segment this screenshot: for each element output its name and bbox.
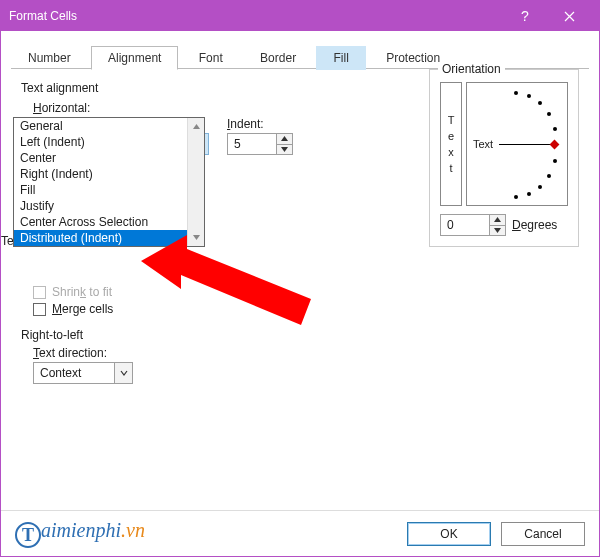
degrees-up-button[interactable] [490,215,505,225]
caret-down-icon [193,235,200,240]
tab-fill[interactable]: Fill [316,46,365,70]
close-button[interactable] [547,1,591,31]
orientation-vertical-button[interactable]: T e x t [440,82,462,206]
merge-cells-label: Merge cells [52,302,113,316]
degrees-down-button[interactable] [490,225,505,236]
tab-alignment[interactable]: Alignment [91,46,178,70]
merge-cells-checkbox[interactable] [33,303,46,316]
shrink-to-fit-label: Shrink to fit [52,285,112,299]
tab-font[interactable]: Font [182,46,240,70]
horizontal-option-justify[interactable]: Justify [14,198,187,214]
indent-label: Indent: [227,117,293,131]
help-button[interactable]: ? [503,1,547,31]
cancel-button[interactable]: Cancel [501,522,585,546]
horizontal-option-distributed[interactable]: Distributed (Indent) [14,230,187,246]
tab-border[interactable]: Border [243,46,313,70]
indent-down-button[interactable] [277,144,292,155]
horizontal-option-left[interactable]: Left (Indent) [14,134,187,150]
indent-value: 5 [228,134,276,154]
rtl-group-label: Right-to-left [21,328,579,342]
format-cells-dialog: Format Cells ? Number Alignment Font Bor… [0,0,600,557]
orientation-dial-label: Text [473,138,493,150]
orientation-dial[interactable]: Text [466,82,568,206]
horizontal-option-general[interactable]: General [14,118,187,134]
degrees-label: Degrees [512,218,557,232]
caret-down-icon [494,228,501,233]
ok-button[interactable]: OK [407,522,491,546]
text-control-group-label: Te [1,234,14,248]
merge-cells-row[interactable]: Merge cells [33,302,579,316]
dialog-title: Format Cells [9,9,503,23]
orientation-legend: Orientation [438,62,505,76]
caret-down-icon [281,147,288,152]
shrink-to-fit-row: Shrink to fit [33,285,579,299]
horizontal-option-center[interactable]: Center [14,150,187,166]
horizontal-option-fill[interactable]: Fill [14,182,187,198]
horizontal-option-center-across[interactable]: Center Across Selection [14,214,187,230]
caret-up-icon [281,136,288,141]
horizontal-option-right[interactable]: Right (Indent) [14,166,187,182]
close-icon [564,11,575,22]
chevron-down-icon [120,369,128,377]
caret-up-icon [494,217,501,222]
text-direction-label: Text direction: [33,346,579,360]
indent-spinner[interactable]: 5 [227,133,293,155]
orientation-group: Orientation T e x t Text [429,69,579,247]
tabstrip: Number Alignment Font Border Fill Protec… [1,45,599,69]
scroll-up-button[interactable] [188,118,204,135]
caret-up-icon [193,124,200,129]
horizontal-dropdown-list[interactable]: General Left (Indent) Center Right (Inde… [13,117,205,247]
indent-up-button[interactable] [277,134,292,144]
titlebar: Format Cells ? [1,1,599,31]
shrink-to-fit-checkbox [33,286,46,299]
dropdown-scrollbar[interactable] [187,118,204,246]
degrees-spinner[interactable]: 0 [440,214,506,236]
text-direction-value: Context [34,363,114,383]
tab-number[interactable]: Number [11,46,88,70]
degrees-value: 0 [441,215,489,235]
text-direction-dropdown-button[interactable] [114,363,132,383]
text-direction-combo[interactable]: Context [33,362,133,384]
orientation-indicator-icon [550,140,560,150]
scroll-down-button[interactable] [188,229,204,246]
tab-content: Text alignment Horizontal: Distributed (… [1,69,599,384]
watermark: Taimienphi.vn [15,518,145,544]
